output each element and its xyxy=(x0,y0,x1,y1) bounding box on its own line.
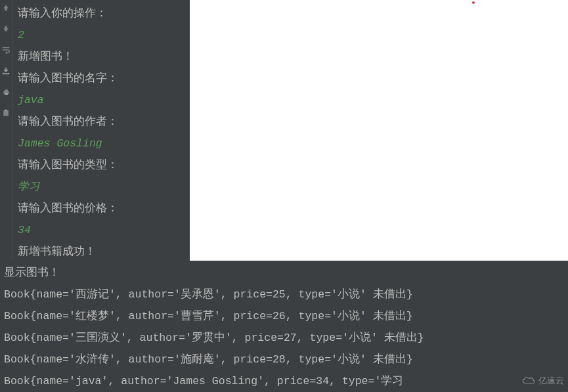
book-row: Book{name='西游记', author='吴承恩', price=25,… xyxy=(4,284,564,305)
wrap-icon[interactable] xyxy=(1,45,11,55)
svg-rect-3 xyxy=(3,110,9,116)
prompt-operation: 请输入你的操作： xyxy=(18,3,190,24)
arrow-up-icon[interactable] xyxy=(1,3,11,13)
tool-gutter xyxy=(0,0,12,261)
clipboard-icon[interactable] xyxy=(1,108,11,118)
msg-success: 新增书籍成功！ xyxy=(18,241,190,263)
input-type: 学习 xyxy=(18,176,190,198)
output-header: 显示图书！ xyxy=(4,262,564,284)
watermark: 亿速云 xyxy=(521,375,564,387)
svg-rect-4 xyxy=(5,110,7,111)
input-name: java xyxy=(18,89,190,111)
editor-area xyxy=(190,0,568,261)
print-icon[interactable] xyxy=(1,87,11,97)
cloud-icon xyxy=(521,376,536,385)
prompt-type: 请输入图书的类型： xyxy=(18,154,190,176)
svg-rect-1 xyxy=(5,89,8,91)
input-price: 34 xyxy=(18,219,190,241)
book-row: Book{name='java', author='James Gosling'… xyxy=(4,370,564,392)
msg-add-book: 新增图书！ xyxy=(18,46,190,68)
watermark-text: 亿速云 xyxy=(538,375,564,387)
book-row: Book{name='三国演义', author='罗贯中', price=27… xyxy=(4,327,564,349)
prompt-price: 请输入图书的价格： xyxy=(18,198,190,219)
output-panel: 显示图书！ Book{name='西游记', author='吴承恩', pri… xyxy=(0,261,568,392)
top-panel: 请输入你的操作： 2 新增图书！ 请输入图书的名字： java 请输入图书的作者… xyxy=(0,0,568,261)
input-author: James Gosling xyxy=(18,133,190,154)
download-icon[interactable] xyxy=(1,66,11,76)
error-indicator-icon xyxy=(472,1,475,4)
arrow-down-icon[interactable] xyxy=(1,24,11,34)
console-input-panel: 请输入你的操作： 2 新增图书！ 请输入图书的名字： java 请输入图书的作者… xyxy=(12,0,190,261)
book-row: Book{name='红楼梦', author='曹雪芹', price=26,… xyxy=(4,305,564,327)
prompt-author: 请输入图书的作者： xyxy=(18,111,190,133)
svg-rect-2 xyxy=(5,93,8,95)
book-row: Book{name='水浒传', author='施耐庵', price=28,… xyxy=(4,349,564,370)
input-operation: 2 xyxy=(18,24,190,46)
prompt-name: 请输入图书的名字： xyxy=(18,68,190,89)
